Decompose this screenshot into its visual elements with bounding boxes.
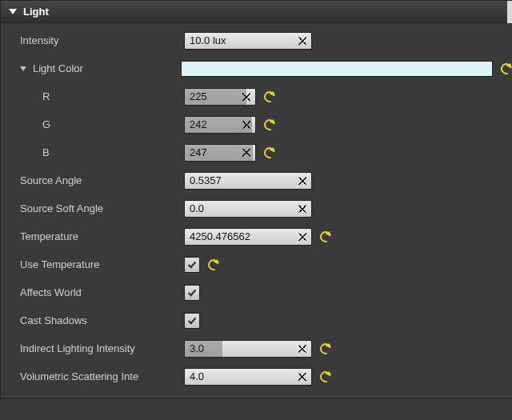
checkbox-affects-world[interactable] [184,285,200,301]
label-volumetric-scattering-intensity: Volumetric Scattering Inte [20,370,138,382]
row-b: B 247 [1,138,512,166]
value-source-angle: 0.5357 [190,174,222,186]
reset-icon[interactable] [501,63,512,74]
reset-icon[interactable] [320,371,331,382]
value-indirect-lighting-intensity: 3.0 [190,342,204,354]
label-affects-world: Affects World [20,286,82,298]
label-intensity: Intensity [20,34,58,46]
section-title: Light [23,6,49,18]
reset-icon[interactable] [264,147,275,158]
reset-icon[interactable] [320,231,331,242]
label-g: G [42,118,50,130]
input-source-angle[interactable]: 0.5357 [184,172,312,190]
reset-icon[interactable] [264,119,275,130]
label-r: R [42,90,50,102]
row-affects-world: Affects World [1,278,512,306]
spinner-drag-icon [298,37,306,45]
color-swatch[interactable] [181,61,493,77]
reset-icon[interactable] [264,91,275,102]
input-r[interactable]: 225 [184,88,256,106]
row-intensity: Intensity 10.0 lux [1,26,512,54]
row-temperature: Temperature 4250.476562 [1,222,512,250]
light-details-panel: Light Intensity 10.0 lux Light Color [0,0,512,399]
row-r: R 225 [1,82,512,110]
row-volumetric-scattering-intensity: Volumetric Scattering Inte 4.0 [1,362,512,390]
scrollbar-stub [507,1,512,23]
label-use-temperature: Use Temperature [20,258,99,270]
value-g: 242 [190,118,207,130]
value-b: 247 [190,146,207,158]
label-light-color: Light Color [33,62,83,74]
check-icon [186,315,198,326]
spinner-drag-icon [242,93,250,101]
row-use-temperature: Use Temperature [1,250,512,278]
spinner-drag-icon [298,177,306,185]
spinner-drag-icon [298,345,306,353]
value-volumetric-scattering-intensity: 4.0 [190,370,204,382]
input-g[interactable]: 242 [184,116,256,134]
label-cast-shadows: Cast Shadows [20,314,87,326]
label-source-angle: Source Angle [20,174,82,186]
checkbox-use-temperature[interactable] [184,257,200,273]
label-b: B [42,146,50,158]
row-cast-shadows: Cast Shadows [1,306,512,334]
label-temperature: Temperature [20,230,78,242]
value-temperature: 4250.476562 [190,230,250,242]
value-intensity: 10.0 lux [190,34,226,46]
input-b[interactable]: 247 [184,144,256,162]
input-temperature[interactable]: 4250.476562 [184,228,312,246]
value-r: 225 [190,90,207,102]
row-source-soft-angle: Source Soft Angle 0.0 [1,194,512,222]
spinner-drag-icon [298,233,306,241]
input-volumetric-scattering-intensity[interactable]: 4.0 [184,368,312,386]
check-icon [186,259,198,270]
input-source-soft-angle[interactable]: 0.0 [184,200,312,218]
check-icon [186,287,198,298]
collapse-icon[interactable] [20,66,26,71]
input-indirect-lighting-intensity[interactable]: 3.0 [184,340,312,358]
spinner-drag-icon [242,149,250,157]
spinner-drag-icon [298,205,306,213]
value-source-soft-angle: 0.0 [190,202,204,214]
section-body: Intensity 10.0 lux Light Color R [1,23,512,398]
section-header[interactable]: Light [1,1,512,23]
row-source-angle: Source Angle 0.5357 [1,166,512,194]
input-intensity[interactable]: 10.0 lux [184,32,312,50]
label-indirect-lighting-intensity: Indirect Lighting Intensity [20,342,135,354]
row-g: G 242 [1,110,512,138]
reset-icon[interactable] [208,259,219,270]
collapse-icon [9,9,17,14]
spinner-drag-icon [242,121,250,129]
row-indirect-lighting-intensity: Indirect Lighting Intensity 3.0 [1,334,512,362]
spinner-drag-icon [298,373,306,381]
checkbox-cast-shadows[interactable] [184,313,200,329]
label-source-soft-angle: Source Soft Angle [20,202,103,214]
reset-icon[interactable] [320,343,331,354]
row-light-color: Light Color [1,54,512,82]
